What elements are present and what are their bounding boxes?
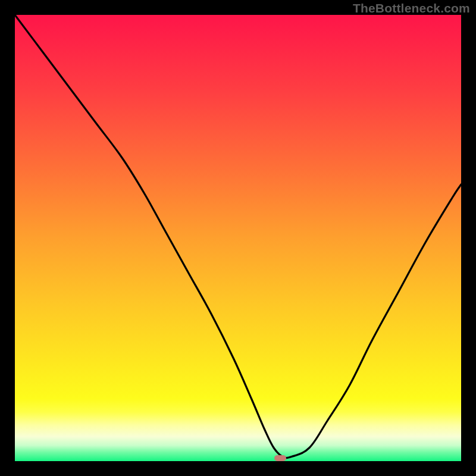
chart-frame: TheBottleneck.com [0, 0, 476, 476]
watermark-text: TheBottleneck.com [353, 1, 470, 15]
optimal-marker [274, 455, 286, 461]
plot-area [15, 15, 461, 461]
svg-rect-0 [15, 15, 461, 461]
background-gradient [15, 15, 461, 461]
